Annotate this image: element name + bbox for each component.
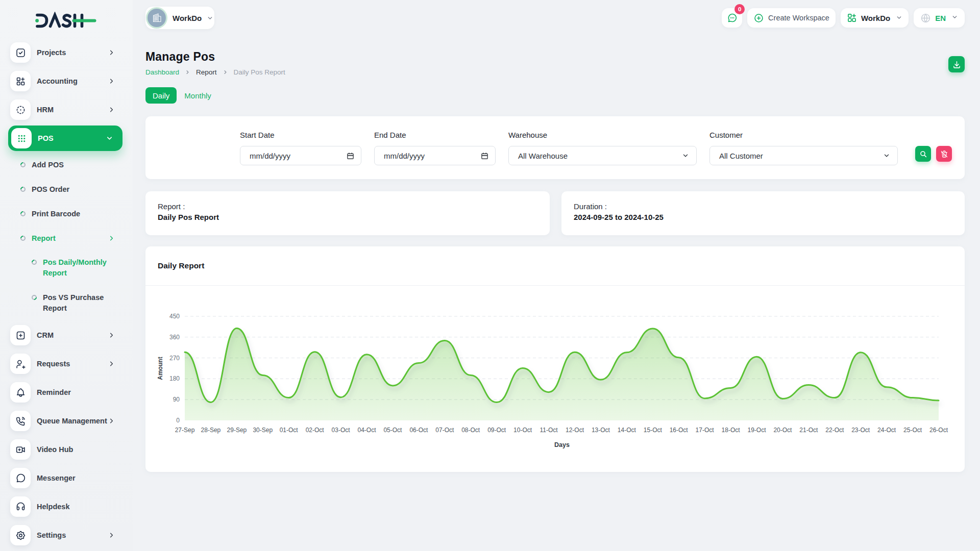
y-tick-label: 0 xyxy=(176,417,180,424)
queue-icon-box xyxy=(10,411,31,431)
chevron-right-icon xyxy=(108,360,115,368)
x-tick-label: 27-Sep xyxy=(175,427,195,434)
x-tick-label: 17-Oct xyxy=(696,427,715,434)
x-tick-label: 28-Sep xyxy=(201,427,221,434)
workspace-select[interactable]: WorkDo xyxy=(145,7,214,29)
workdo-menu-label: WorkDo xyxy=(861,14,890,22)
x-tick-label: 21-Oct xyxy=(799,427,818,434)
search-icon xyxy=(919,150,927,158)
page-head: Manage Pos DashboardReportDaily Pos Repo… xyxy=(145,50,965,76)
sidebar-item-crm[interactable]: CRM xyxy=(0,321,133,349)
sidebar-item-add-pos[interactable]: Add POS xyxy=(0,153,133,177)
queue-icon xyxy=(15,416,26,427)
app-logo[interactable] xyxy=(0,0,133,38)
chevron-down-icon xyxy=(951,13,958,22)
sidebar-item-helpdesk[interactable]: Helpdesk xyxy=(0,492,133,521)
end-date-label: End Date xyxy=(374,131,496,139)
x-tick-label: 02-Oct xyxy=(306,427,325,434)
sidebar-item-accounting[interactable]: Accounting xyxy=(0,67,133,95)
sidebar-item-video-hub[interactable]: Video Hub xyxy=(0,435,133,464)
sidebar-item-pos[interactable]: POS xyxy=(8,126,122,151)
daily-report-chart-card: Daily Report 09018027036045027-Sep28-Sep… xyxy=(145,246,965,472)
settings-icon-box xyxy=(10,525,31,545)
x-tick-label: 25-Oct xyxy=(903,427,922,434)
messenger-icon xyxy=(15,473,26,484)
sidebar-item-messenger[interactable]: Messenger xyxy=(0,464,133,492)
report-label: Report : xyxy=(158,202,537,211)
globe-icon xyxy=(920,13,931,23)
y-axis-title: Amount xyxy=(157,357,164,380)
messages-button[interactable]: 0 xyxy=(722,8,742,28)
end-date-input[interactable]: mm/dd/yyyy xyxy=(374,146,496,165)
x-tick-label: 09-Oct xyxy=(487,427,506,434)
sidebar-item-hrm[interactable]: HRM xyxy=(0,95,133,124)
grid-plus-icon xyxy=(847,13,857,23)
sidebar-item-pos-daily-monthly-report[interactable]: Pos Daily/Monthly Report xyxy=(0,251,133,286)
y-tick-label: 360 xyxy=(169,334,180,341)
requests-icon-box xyxy=(10,354,31,374)
reset-filter-button[interactable] xyxy=(936,146,952,162)
download-icon xyxy=(952,60,961,69)
x-tick-label: 06-Oct xyxy=(409,427,428,434)
sidebar-item-projects[interactable]: Projects xyxy=(0,38,133,67)
chevron-down-icon xyxy=(682,152,689,159)
language-value: EN xyxy=(935,14,946,22)
warehouse-select[interactable]: All Warehouse xyxy=(508,146,697,165)
start-date-group: Start Date mm/dd/yyyy xyxy=(240,131,361,165)
video-icon xyxy=(15,444,26,455)
breadcrumb-item-3: Daily Pos Report xyxy=(234,68,285,76)
sidebar-item-label: Pos VS Purchase Report xyxy=(43,292,119,314)
duration-label: Duration : xyxy=(574,202,952,211)
create-workspace-label: Create Workspace xyxy=(768,14,829,22)
chevron-right-icon xyxy=(108,532,115,539)
language-select[interactable]: EN xyxy=(914,8,965,28)
x-tick-label: 13-Oct xyxy=(592,427,610,434)
sidebar: ProjectsAccountingHRMPOSAdd POSPOS Order… xyxy=(0,0,133,551)
x-tick-label: 22-Oct xyxy=(825,427,844,434)
x-tick-label: 08-Oct xyxy=(461,427,480,434)
calendar-icon[interactable] xyxy=(346,152,355,160)
pos-icon xyxy=(16,133,27,144)
sidebar-item-label: Print Barcode xyxy=(32,210,80,218)
sidebar-item-label: Queue Management xyxy=(37,417,107,425)
y-tick-label: 450 xyxy=(169,313,180,320)
search-button[interactable] xyxy=(915,146,931,162)
helpdesk-icon xyxy=(15,502,26,512)
warehouse-label: Warehouse xyxy=(508,131,697,139)
sidebar-item-requests[interactable]: Requests xyxy=(0,349,133,378)
chevron-right-icon xyxy=(108,78,115,85)
sidebar-item-pos-order[interactable]: POS Order xyxy=(0,177,133,202)
sidebar-item-label: POS xyxy=(38,134,54,142)
x-tick-label: 30-Sep xyxy=(253,427,273,434)
sidebar-item-report[interactable]: Report xyxy=(0,226,133,251)
sidebar-item-pos-vs-purchase-report[interactable]: Pos VS Purchase Report xyxy=(0,286,133,321)
customer-select[interactable]: All Customer xyxy=(709,146,898,165)
chevron-right-icon xyxy=(108,49,115,57)
start-date-input[interactable]: mm/dd/yyyy xyxy=(240,146,361,165)
sidebar-item-settings[interactable]: Settings xyxy=(0,521,133,549)
bullet-icon xyxy=(20,211,26,216)
sidebar-item-label: Add POS xyxy=(32,161,64,169)
main-area: WorkDo 0 Create Workspace xyxy=(133,0,980,551)
tab-monthly[interactable]: Monthly xyxy=(184,91,211,100)
tab-daily[interactable]: Daily xyxy=(145,87,177,104)
download-button[interactable] xyxy=(948,56,965,72)
breadcrumb-item-1[interactable]: Dashboard xyxy=(145,68,179,76)
sidebar-item-reminder[interactable]: Reminder xyxy=(0,378,133,407)
x-tick-label: 16-Oct xyxy=(670,427,689,434)
sidebar-item-label: Requests xyxy=(37,360,70,368)
sidebar-item-print-barcode[interactable]: Print Barcode xyxy=(0,202,133,226)
workdo-menu-button[interactable]: WorkDo xyxy=(841,8,909,28)
workspace-avatar xyxy=(148,9,166,27)
customer-label: Customer xyxy=(709,131,898,139)
video-icon-box xyxy=(10,439,31,460)
daily-report-area-chart[interactable]: 09018027036045027-Sep28-Sep29-Sep30-Sep0… xyxy=(145,286,965,472)
sidebar-item-queue-management[interactable]: Queue Management xyxy=(0,407,133,435)
accounting-icon xyxy=(15,76,26,87)
chevron-right-icon xyxy=(108,106,115,114)
breadcrumb-item-2[interactable]: Report xyxy=(196,68,217,76)
chevron-right-icon xyxy=(108,417,115,425)
calendar-icon[interactable] xyxy=(480,152,489,160)
warehouse-value: All Warehouse xyxy=(518,152,568,160)
create-workspace-button[interactable]: Create Workspace xyxy=(747,8,836,28)
